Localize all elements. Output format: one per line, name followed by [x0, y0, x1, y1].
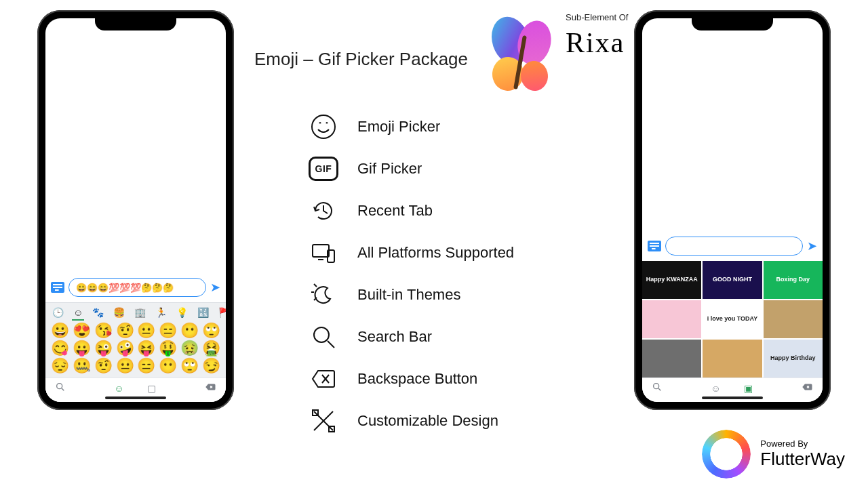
phone-notch: [95, 18, 176, 30]
page-title: Emoji – Gif Picker Package: [254, 49, 468, 70]
svg-line-3: [658, 388, 660, 390]
emoji-cell[interactable]: 😍: [73, 323, 92, 338]
emoji-cell[interactable]: 🤐: [73, 359, 92, 373]
flutterway-powered: Powered By: [760, 439, 845, 449]
message-input[interactable]: 😀😄😄💯💯💯🤔🤔🤔: [68, 278, 206, 297]
feature-list: Emoji Picker GIF Gif Picker Recent Tab A…: [309, 112, 514, 436]
svg-line-1: [62, 388, 64, 390]
home-indicator: [105, 396, 166, 399]
backspace-icon[interactable]: [204, 381, 216, 395]
gif-cell[interactable]: [642, 340, 701, 378]
svg-line-12: [328, 341, 334, 348]
category-places-icon[interactable]: 🏢: [134, 307, 146, 318]
phone-notch: [692, 18, 773, 30]
history-icon: [309, 196, 338, 226]
emoji-category-row: 🕒 ☺ 🐾 🍔 🏢 🏃 💡 🔣 🚩: [45, 303, 226, 319]
send-icon[interactable]: ➤: [210, 280, 220, 295]
feature-customizable: Customizable Design: [309, 406, 514, 436]
emoji-cell[interactable]: 🤮: [201, 341, 220, 356]
category-activity-icon[interactable]: 🏃: [155, 307, 167, 318]
send-icon[interactable]: ➤: [807, 239, 817, 253]
emoji-cell[interactable]: 😋: [51, 341, 70, 356]
category-symbols-icon[interactable]: 🔣: [197, 307, 209, 318]
feature-gif-picker: GIF Gif Picker: [309, 154, 514, 184]
app-content-area: [642, 18, 823, 234]
category-recent-icon[interactable]: 🕒: [52, 307, 64, 318]
search-icon: [309, 322, 338, 352]
feature-label: Built-in Themes: [357, 286, 460, 304]
emoji-grid: 😀 😍 😘 🤨 😐 😑 😶 🙄 😋 😛 😜 🤪 😝 🤑 🤢 🤮 😔 🤐 🤨: [45, 319, 226, 378]
category-smileys-icon[interactable]: ☺: [73, 307, 83, 318]
phone-screen: 😀😄😄💯💯💯🤔🤔🤔 ➤ 🕒 ☺ 🐾 🍔 🏢 🏃 💡 🔣 🚩 😀 😍 😘 🤨: [45, 18, 226, 402]
svg-line-8: [314, 284, 317, 287]
butterfly-icon: [488, 12, 556, 100]
emoji-cell[interactable]: 😶: [180, 323, 199, 338]
svg-point-11: [314, 327, 329, 342]
gif-cell[interactable]: i love you TODAY: [703, 300, 762, 338]
emoji-tab-icon[interactable]: ☺: [711, 383, 720, 394]
keyboard-toggle-icon[interactable]: [648, 241, 661, 251]
search-icon[interactable]: [652, 382, 663, 394]
design-tools-icon: [309, 406, 338, 436]
emoji-cell[interactable]: 😜: [94, 341, 113, 356]
emoji-cell[interactable]: 😀: [51, 323, 70, 338]
emoji-cell[interactable]: 😑: [137, 359, 156, 373]
emoji-cell[interactable]: 😘: [94, 323, 113, 338]
gif-tab-icon[interactable]: ▣: [744, 383, 753, 394]
gif-cell[interactable]: Boxing Day: [764, 261, 823, 299]
flutterway-ring-icon: [702, 430, 751, 479]
emoji-cell[interactable]: 🤑: [159, 341, 178, 356]
emoji-cell[interactable]: 😝: [137, 341, 156, 356]
emoji-cell[interactable]: 🤨: [115, 323, 134, 338]
feature-emoji-picker: Emoji Picker: [309, 112, 514, 142]
backspace-icon[interactable]: [801, 381, 813, 395]
emoji-cell[interactable]: 😐: [115, 359, 134, 373]
message-input[interactable]: [665, 237, 803, 256]
feature-label: All Platforms Supported: [357, 244, 514, 262]
gif-icon: GIF: [309, 154, 338, 184]
phone-screen: ➤ Happy KWANZAA GOOD NIGHT Boxing Day i …: [642, 18, 823, 402]
emoji-cell[interactable]: 😛: [73, 341, 92, 356]
gif-grid: Happy KWANZAA GOOD NIGHT Boxing Day i lo…: [642, 261, 823, 378]
smile-icon: [309, 112, 338, 142]
emoji-panel: 🕒 ☺ 🐾 🍔 🏢 🏃 💡 🔣 🚩 😀 😍 😘 🤨 😐 😑 😶 🙄: [45, 302, 226, 402]
emoji-cell[interactable]: 🤪: [115, 341, 134, 356]
phone-mockup-gif: ➤ Happy KWANZAA GOOD NIGHT Boxing Day i …: [634, 10, 831, 410]
gif-cell[interactable]: GOOD NIGHT: [703, 261, 762, 299]
category-flags-icon[interactable]: 🚩: [218, 307, 226, 318]
message-input-row: ➤: [642, 234, 823, 261]
rixa-name: Rixa: [566, 26, 629, 59]
emoji-cell[interactable]: 🙄: [201, 323, 220, 338]
search-icon[interactable]: [55, 382, 66, 394]
keyboard-toggle-icon[interactable]: [51, 282, 64, 293]
emoji-cell[interactable]: 😑: [159, 323, 178, 338]
emoji-cell[interactable]: 🤢: [180, 341, 199, 356]
category-animals-icon[interactable]: 🐾: [92, 307, 104, 318]
emoji-cell[interactable]: 😶: [159, 359, 178, 373]
emoji-tab-icon[interactable]: ☺: [114, 383, 123, 394]
gif-cell[interactable]: [703, 340, 762, 378]
category-objects-icon[interactable]: 💡: [176, 307, 188, 318]
feature-label: Backspace Button: [357, 370, 477, 388]
gif-cell[interactable]: Happy KWANZAA: [642, 261, 701, 299]
emoji-cell[interactable]: 😏: [201, 359, 220, 373]
feature-label: Customizable Design: [357, 412, 498, 430]
gif-cell[interactable]: [764, 300, 823, 338]
emoji-cell[interactable]: 🙄: [180, 359, 199, 373]
category-food-icon[interactable]: 🍔: [113, 307, 125, 318]
app-content-area: [45, 18, 226, 275]
gif-tab-icon[interactable]: ▢: [147, 383, 156, 394]
emoji-cell[interactable]: 😐: [137, 323, 156, 338]
emoji-cell[interactable]: 😔: [51, 359, 70, 373]
flutterway-brand: Powered By FlutterWay: [702, 430, 845, 479]
svg-point-0: [57, 384, 62, 389]
gif-cell[interactable]: Happy Birthday: [764, 340, 823, 378]
feature-label: Search Bar: [357, 328, 432, 346]
gif-cell[interactable]: [642, 300, 701, 338]
emoji-cell[interactable]: 🤨: [94, 359, 113, 373]
feature-themes: Built-in Themes: [309, 280, 514, 310]
home-indicator: [702, 396, 763, 399]
theme-icon: [309, 280, 338, 310]
svg-point-2: [654, 384, 659, 389]
feature-search-bar: Search Bar: [309, 322, 514, 352]
